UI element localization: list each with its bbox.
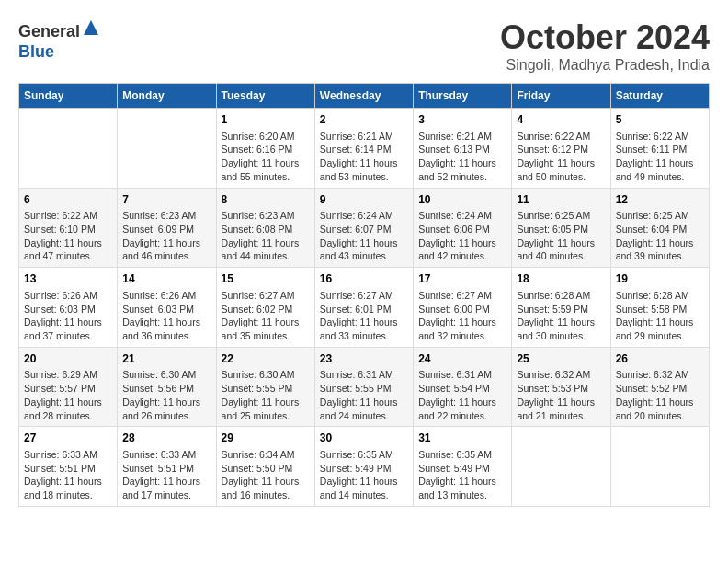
day-number: 25 [517, 351, 605, 367]
calendar-cell: 2Sunrise: 6:21 AM Sunset: 6:14 PM Daylig… [314, 109, 413, 189]
calendar-cell: 20Sunrise: 6:29 AM Sunset: 5:57 PM Dayli… [19, 347, 118, 427]
day-info: Sunrise: 6:30 AM Sunset: 5:56 PM Dayligh… [122, 368, 210, 422]
calendar-cell: 23Sunrise: 6:31 AM Sunset: 5:55 PM Dayli… [314, 347, 413, 427]
day-info: Sunrise: 6:25 AM Sunset: 6:05 PM Dayligh… [517, 209, 605, 263]
day-info: Sunrise: 6:22 AM Sunset: 6:11 PM Dayligh… [616, 130, 704, 184]
calendar-cell: 22Sunrise: 6:30 AM Sunset: 5:55 PM Dayli… [216, 347, 314, 427]
logo-text: General Blue [18, 18, 100, 62]
day-info: Sunrise: 6:26 AM Sunset: 6:03 PM Dayligh… [122, 289, 210, 343]
calendar-cell: 21Sunrise: 6:30 AM Sunset: 5:56 PM Dayli… [118, 347, 216, 427]
calendar-cell: 30Sunrise: 6:35 AM Sunset: 5:49 PM Dayli… [314, 427, 413, 507]
logo-blue: Blue [18, 42, 54, 61]
day-number: 9 [320, 192, 408, 208]
day-number: 15 [222, 271, 310, 287]
day-info: Sunrise: 6:22 AM Sunset: 6:10 PM Dayligh… [24, 209, 112, 263]
day-number: 1 [222, 112, 310, 128]
day-info: Sunrise: 6:25 AM Sunset: 6:04 PM Dayligh… [616, 209, 704, 263]
day-number: 11 [517, 192, 605, 208]
calendar-cell: 12Sunrise: 6:25 AM Sunset: 6:04 PM Dayli… [610, 188, 709, 268]
calendar-cell: 11Sunrise: 6:25 AM Sunset: 6:05 PM Dayli… [512, 188, 610, 268]
calendar-cell [118, 109, 216, 189]
month-title: October 2024 [500, 18, 710, 57]
calendar-cell: 1Sunrise: 6:20 AM Sunset: 6:16 PM Daylig… [216, 109, 314, 189]
calendar-week-3: 13Sunrise: 6:26 AM Sunset: 6:03 PM Dayli… [19, 268, 710, 348]
day-info: Sunrise: 6:23 AM Sunset: 6:08 PM Dayligh… [222, 209, 310, 263]
day-info: Sunrise: 6:32 AM Sunset: 5:53 PM Dayligh… [517, 368, 605, 422]
day-info: Sunrise: 6:28 AM Sunset: 5:59 PM Dayligh… [517, 289, 605, 343]
calendar-cell: 28Sunrise: 6:33 AM Sunset: 5:51 PM Dayli… [118, 427, 216, 507]
day-info: Sunrise: 6:32 AM Sunset: 5:52 PM Dayligh… [616, 368, 704, 422]
calendar-cell: 18Sunrise: 6:28 AM Sunset: 5:59 PM Dayli… [512, 268, 610, 348]
calendar-cell: 27Sunrise: 6:33 AM Sunset: 5:51 PM Dayli… [19, 427, 118, 507]
title-block: October 2024 Singoli, Madhya Pradesh, In… [500, 18, 710, 74]
calendar-cell: 14Sunrise: 6:26 AM Sunset: 6:03 PM Dayli… [118, 268, 216, 348]
calendar-cell: 25Sunrise: 6:32 AM Sunset: 5:53 PM Dayli… [512, 347, 610, 427]
header-day-monday: Monday [118, 84, 216, 109]
calendar-header: SundayMondayTuesdayWednesdayThursdayFrid… [19, 84, 710, 109]
day-number: 10 [418, 192, 506, 208]
day-info: Sunrise: 6:35 AM Sunset: 5:49 PM Dayligh… [320, 448, 408, 502]
day-info: Sunrise: 6:28 AM Sunset: 5:58 PM Dayligh… [616, 289, 704, 343]
calendar-cell: 3Sunrise: 6:21 AM Sunset: 6:13 PM Daylig… [414, 109, 512, 189]
calendar-cell [610, 427, 709, 507]
day-number: 17 [418, 271, 506, 287]
calendar-cell [512, 427, 610, 507]
calendar-cell [19, 109, 118, 189]
day-number: 20 [24, 351, 112, 367]
header-day-sunday: Sunday [19, 84, 118, 109]
header-day-thursday: Thursday [414, 84, 512, 109]
calendar-week-1: 1Sunrise: 6:20 AM Sunset: 6:16 PM Daylig… [19, 109, 710, 189]
calendar-cell: 31Sunrise: 6:35 AM Sunset: 5:49 PM Dayli… [414, 427, 512, 507]
logo-icon [82, 18, 100, 37]
calendar-cell: 7Sunrise: 6:23 AM Sunset: 6:09 PM Daylig… [118, 188, 216, 268]
day-number: 23 [320, 351, 408, 367]
day-number: 21 [122, 351, 210, 367]
header-day-tuesday: Tuesday [216, 84, 314, 109]
day-number: 16 [320, 271, 408, 287]
day-info: Sunrise: 6:27 AM Sunset: 6:02 PM Dayligh… [222, 289, 310, 343]
day-number: 14 [122, 271, 210, 287]
day-info: Sunrise: 6:30 AM Sunset: 5:55 PM Dayligh… [222, 368, 310, 422]
day-info: Sunrise: 6:21 AM Sunset: 6:13 PM Dayligh… [418, 130, 506, 184]
calendar-cell: 24Sunrise: 6:31 AM Sunset: 5:54 PM Dayli… [414, 347, 512, 427]
header-day-friday: Friday [512, 84, 610, 109]
calendar-table: SundayMondayTuesdayWednesdayThursdayFrid… [18, 83, 710, 507]
day-info: Sunrise: 6:27 AM Sunset: 6:00 PM Dayligh… [418, 289, 506, 343]
day-number: 26 [616, 351, 704, 367]
day-info: Sunrise: 6:35 AM Sunset: 5:49 PM Dayligh… [418, 448, 506, 502]
day-info: Sunrise: 6:29 AM Sunset: 5:57 PM Dayligh… [24, 368, 112, 422]
calendar-cell: 17Sunrise: 6:27 AM Sunset: 6:00 PM Dayli… [414, 268, 512, 348]
page-header: General Blue October 2024 Singoli, Madhy… [18, 18, 710, 74]
calendar-cell: 15Sunrise: 6:27 AM Sunset: 6:02 PM Dayli… [216, 268, 314, 348]
day-info: Sunrise: 6:23 AM Sunset: 6:09 PM Dayligh… [122, 209, 210, 263]
calendar-week-4: 20Sunrise: 6:29 AM Sunset: 5:57 PM Dayli… [19, 347, 710, 427]
day-info: Sunrise: 6:20 AM Sunset: 6:16 PM Dayligh… [222, 130, 310, 184]
day-number: 19 [616, 271, 704, 287]
calendar-week-5: 27Sunrise: 6:33 AM Sunset: 5:51 PM Dayli… [19, 427, 710, 507]
calendar-cell: 5Sunrise: 6:22 AM Sunset: 6:11 PM Daylig… [610, 109, 709, 189]
day-number: 8 [222, 192, 310, 208]
day-number: 30 [320, 431, 408, 446]
day-number: 3 [418, 112, 506, 128]
day-number: 12 [616, 192, 704, 208]
calendar-cell: 9Sunrise: 6:24 AM Sunset: 6:07 PM Daylig… [314, 188, 413, 268]
header-row: SundayMondayTuesdayWednesdayThursdayFrid… [19, 84, 710, 109]
calendar-cell: 6Sunrise: 6:22 AM Sunset: 6:10 PM Daylig… [19, 188, 118, 268]
logo: General Blue [18, 18, 100, 62]
day-number: 29 [222, 431, 310, 446]
logo-general: General [18, 22, 80, 40]
day-number: 18 [517, 271, 605, 287]
day-number: 28 [122, 431, 210, 446]
day-number: 27 [24, 431, 112, 446]
day-number: 22 [222, 351, 310, 367]
day-number: 24 [418, 351, 506, 367]
calendar-cell: 8Sunrise: 6:23 AM Sunset: 6:08 PM Daylig… [216, 188, 314, 268]
day-info: Sunrise: 6:24 AM Sunset: 6:06 PM Dayligh… [418, 209, 506, 263]
day-number: 5 [616, 112, 704, 128]
calendar-week-2: 6Sunrise: 6:22 AM Sunset: 6:10 PM Daylig… [19, 188, 710, 268]
day-info: Sunrise: 6:31 AM Sunset: 5:55 PM Dayligh… [320, 368, 408, 422]
day-info: Sunrise: 6:26 AM Sunset: 6:03 PM Dayligh… [24, 289, 112, 343]
header-day-saturday: Saturday [610, 84, 709, 109]
calendar-cell: 10Sunrise: 6:24 AM Sunset: 6:06 PM Dayli… [414, 188, 512, 268]
day-info: Sunrise: 6:27 AM Sunset: 6:01 PM Dayligh… [320, 289, 408, 343]
